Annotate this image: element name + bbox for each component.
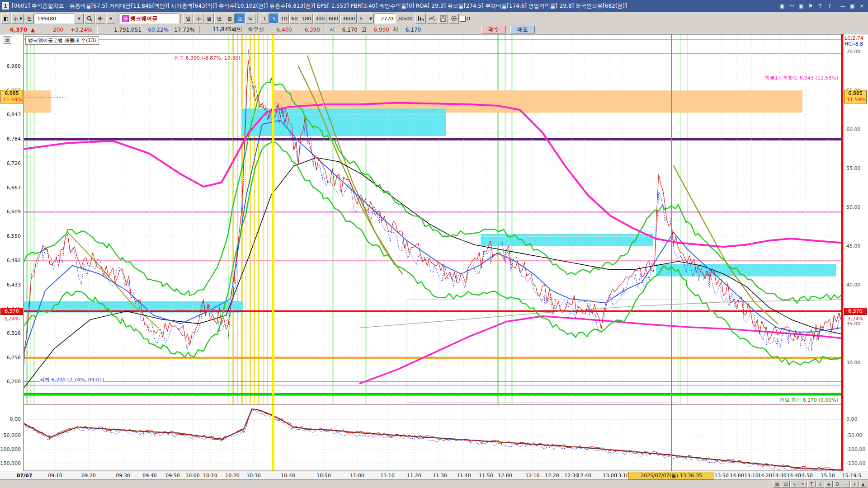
high-annotation: 최고 6,990 (-8.87%, 10:30) — [174, 55, 241, 61]
time-tick-label: 10:30 — [246, 473, 261, 479]
zone-percent: -11.59% — [844, 97, 866, 103]
time-tick-label: 12:40 — [577, 473, 591, 479]
time-tick-label: 14:50 — [798, 473, 813, 479]
time-tick-label: 11:30 — [433, 473, 447, 479]
time-tick-label: 12:20 — [545, 473, 559, 479]
zoom-in-icon[interactable]: + — [850, 481, 859, 488]
time-tick-label: 12:00 — [498, 473, 512, 479]
price-axis-label: 6,726 — [7, 160, 21, 166]
volume-zone-marker-left: 6,885 -11.59% — [0, 90, 23, 103]
osc-axis-label: -100,00 — [846, 446, 865, 452]
time-tick-label: 11:00 — [350, 473, 364, 479]
pivot-resistance-annotation: 피봇1차저항선 6,943 (12.53%) — [765, 75, 838, 81]
current-time-highlight: 2025/07/07(월) 13:36:35 — [628, 472, 714, 479]
time-axis[interactable]: 2025/07/07(월) 13:36:35 07/0709:1009:2009… — [0, 471, 868, 480]
price-axis-label: 6,200 — [7, 379, 21, 385]
price-axis-label: 6,667 — [7, 185, 21, 191]
price-axis-label: 6,258 — [7, 355, 21, 361]
panel-tool-icon[interactable]: ▤ — [782, 481, 790, 488]
time-tick-label: 10:40 — [281, 473, 295, 479]
current-price-percent-right: 3,24% — [844, 316, 867, 322]
osc-axis-label: -150,00 — [846, 460, 865, 466]
time-tick-label: 14:00 — [730, 473, 744, 479]
price-axis-label: 6,609 — [7, 209, 21, 215]
osc-axis-label: 0.00 — [846, 416, 858, 422]
price-axis-label: 6,492 — [7, 258, 21, 263]
percent-axis-label: 70.00 — [846, 49, 861, 55]
chart-panel-label: 뱅크웨어글로벌 매물대 수(13) — [25, 36, 99, 45]
zone-price: 6,885 — [844, 90, 866, 97]
time-tick-label: 10:00 — [185, 473, 200, 479]
current-price-marker-right: 6,370 — [844, 308, 867, 315]
prev-close-annotation: 전일 종가 6,170 (0.00%) — [779, 397, 838, 404]
time-tick-label: 09:40 — [142, 473, 157, 479]
application-window: 1 [0601] 주식종합차트 - 유통비율[67.5] 거래대금[11,845… — [0, 0, 868, 488]
time-tick-label: 12:30 — [564, 473, 579, 479]
zone-price: 6,885 — [1, 90, 23, 97]
time-tick-label: 09:20 — [81, 473, 96, 479]
time-tick-label: 11:50 — [479, 473, 493, 479]
time-tick-label: 09:10 — [48, 473, 62, 479]
osc-axis-label: 0.00 — [10, 416, 21, 422]
time-tick-label: 13:10 — [615, 473, 629, 479]
zone-percent: -11.59% — [1, 97, 23, 103]
low-annotation: 최저 6,200 (2.74%, 09:01) — [40, 376, 104, 383]
time-tick-label: 07/07 — [17, 473, 33, 479]
time-tick-label: 14:20 — [758, 473, 772, 479]
percent-axis-label: 30.00 — [846, 360, 861, 366]
price-axis-label: 6,550 — [7, 233, 21, 239]
time-tick-label: 15:19:5 — [842, 473, 861, 479]
time-tick-label: 11:10 — [380, 473, 395, 479]
price-axis-label: 6,784 — [7, 136, 21, 142]
current-price-marker-left: 6,370 — [0, 308, 23, 315]
time-tick-label: 13:50 — [714, 473, 729, 479]
crosshair-tool-icon[interactable]: ✛ — [816, 481, 824, 488]
osc-axis-label: -100,000 — [0, 446, 21, 452]
osc-axis-label: -50,000 — [2, 432, 21, 438]
osc-axis-label: -50,00 — [846, 432, 862, 438]
time-tick-label: 12:10 — [525, 473, 540, 479]
low-change-label: LC:2,74 — [844, 35, 863, 41]
time-tick-label: 10:10 — [203, 473, 217, 479]
current-price-percent-left: 3,24% — [0, 316, 23, 322]
time-tick-label: 14:30 — [772, 473, 787, 479]
time-tick-label: 10:20 — [225, 473, 240, 479]
time-tick-label: 09:50 — [165, 473, 180, 479]
time-tick-label: 10:50 — [316, 473, 331, 479]
time-tick-label: 11:20 — [407, 473, 421, 479]
status-bar: ▦▤∿✎T✛◈Q−+▲ — [0, 480, 868, 488]
percent-axis-label: 40.00 — [846, 282, 861, 288]
osc-axis-label: -150,000 — [0, 460, 21, 466]
percent-axis-label: 60.00 — [846, 127, 861, 132]
zoom-out-icon[interactable]: − — [842, 481, 850, 488]
price-axis-label: 6,433 — [7, 282, 21, 288]
indicator-tool-icon[interactable]: ◈ — [825, 481, 833, 488]
price-axis-label: 6,316 — [7, 330, 21, 336]
percent-axis-label: 50.00 — [846, 204, 861, 210]
percent-axis-label: 55.00 — [846, 165, 861, 171]
zoom-tool-icon[interactable]: Q — [833, 481, 841, 488]
time-tick-label: 15:10 — [821, 473, 835, 479]
draw-tool-icon[interactable]: ✎ — [799, 481, 807, 488]
scroll-up-icon[interactable]: ▲ — [859, 481, 867, 488]
chart-canvas[interactable] — [0, 0, 868, 488]
time-tick-label: 14:10 — [744, 473, 759, 479]
high-change-label: HC:-8,8 — [844, 41, 863, 47]
grid-tool-icon[interactable]: ▦ — [773, 481, 781, 488]
volume-zone-marker-right: 6,885 -11.59% — [844, 90, 867, 103]
price-axis-label: 6,843 — [7, 112, 21, 117]
wave-tool-icon[interactable]: ∿ — [790, 481, 798, 488]
percent-axis-label: 45.00 — [846, 243, 861, 249]
text-tool-icon[interactable]: T — [807, 481, 816, 488]
price-axis-label: 6,960 — [7, 63, 21, 69]
time-tick-label: 11:40 — [457, 473, 471, 479]
chart-grid-icon[interactable]: ▦ — [4, 36, 11, 44]
time-tick-label: 09:30 — [116, 473, 130, 479]
